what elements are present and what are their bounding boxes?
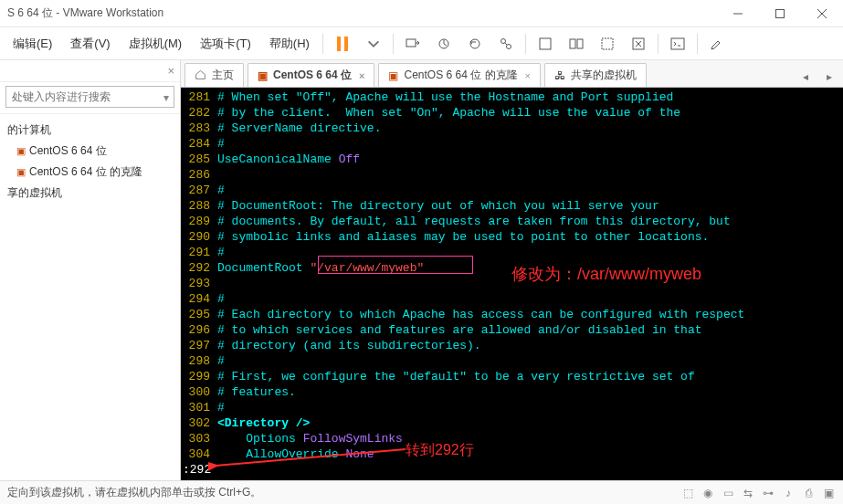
sidebar-close-icon[interactable]: × — [167, 64, 174, 78]
vm-icon: ▣ — [258, 69, 268, 82]
tree-vm1[interactable]: ▣CentOS 6 64 位 — [4, 141, 180, 162]
maximize-button[interactable] — [759, 0, 801, 27]
svg-rect-4 — [337, 37, 341, 51]
search-dropdown-icon[interactable]: ▾ — [163, 91, 169, 104]
tab-prev-icon[interactable]: ◂ — [796, 67, 816, 87]
printer-icon[interactable]: ⎙ — [801, 487, 816, 499]
svg-rect-13 — [570, 39, 575, 48]
window-title: S 6 64 位 - VMware Workstation — [7, 5, 163, 21]
tab-strip: 主页 ▣ CentOS 6 64 位 × ▣ CentOS 6 64 位 的克隆… — [181, 60, 843, 88]
cd-icon[interactable]: ◉ — [701, 487, 715, 499]
menu-tabs[interactable]: 选项卡(T) — [193, 30, 258, 58]
vim-command-line[interactable]: :292 — [181, 462, 211, 478]
status-text: 定向到该虚拟机，请在虚拟机内部单击或按 Ctrl+G。 — [7, 485, 261, 500]
svg-point-10 — [506, 44, 511, 48]
svg-rect-17 — [671, 38, 684, 49]
tab-centos[interactable]: ▣ CentOS 6 64 位 × — [248, 63, 374, 87]
console-icon[interactable] — [664, 30, 691, 58]
fullscreen-icon[interactable] — [532, 30, 559, 58]
tab-close-icon[interactable]: × — [359, 70, 364, 81]
separator — [658, 34, 659, 54]
snapshot-manager-icon[interactable] — [492, 30, 520, 58]
tab-next-icon[interactable]: ▸ — [819, 67, 839, 87]
vm-icon: ▣ — [16, 166, 26, 178]
separator — [322, 34, 323, 54]
floppy-icon[interactable]: ▭ — [721, 487, 735, 499]
status-bar: 定向到该虚拟机，请在虚拟机内部单击或按 Ctrl+G。 ⬚ ◉ ▭ ⇆ ⊶ ♪ … — [0, 480, 843, 504]
svg-line-11 — [505, 43, 507, 45]
thumbnail-icon[interactable] — [594, 30, 621, 58]
svg-rect-6 — [406, 39, 416, 47]
title-bar: S 6 64 位 - VMware Workstation — [0, 0, 843, 27]
network-icon[interactable]: ⇆ — [741, 487, 755, 499]
menu-view[interactable]: 查看(V) — [63, 30, 117, 58]
dropdown-icon[interactable] — [360, 30, 387, 58]
menu-help[interactable]: 帮助(H) — [262, 30, 317, 58]
vm-icon: ▣ — [388, 69, 398, 82]
separator — [697, 34, 698, 54]
tab-centos-clone[interactable]: ▣ CentOS 6 64 位 的克隆 × — [378, 63, 540, 87]
svg-rect-14 — [577, 39, 583, 48]
search-input[interactable] — [5, 86, 174, 108]
stretch-icon[interactable] — [625, 30, 652, 58]
usb-icon[interactable]: ⊶ — [761, 487, 775, 499]
pause-icon[interactable] — [329, 30, 356, 58]
settings-icon[interactable] — [703, 30, 731, 58]
shared-icon: 🖧 — [554, 69, 565, 82]
status-device-icons: ⬚ ◉ ▭ ⇆ ⊶ ♪ ⎙ ▣ — [680, 487, 836, 499]
svg-rect-1 — [776, 9, 785, 17]
separator — [393, 34, 394, 54]
tree-shared[interactable]: 享的虚拟机 — [4, 183, 180, 204]
display-icon[interactable]: ▣ — [821, 487, 836, 499]
disk-icon[interactable]: ⬚ — [680, 487, 695, 499]
svg-rect-5 — [344, 37, 348, 51]
tab-shared[interactable]: 🖧 共享的虚拟机 — [544, 63, 647, 87]
terminal[interactable]: 281# When set "Off", Apache will use the… — [181, 88, 843, 480]
separator — [525, 34, 526, 54]
vm-icon: ▣ — [16, 145, 26, 157]
tab-close-icon[interactable]: × — [525, 70, 531, 81]
library-tree: 的计算机 ▣CentOS 6 64 位 ▣CentOS 6 64 位 的克隆 享… — [0, 114, 180, 204]
snapshot-icon[interactable] — [430, 30, 458, 58]
tab-home[interactable]: 主页 — [184, 63, 244, 87]
menu-bar: 编辑(E) 查看(V) 虚拟机(M) 选项卡(T) 帮助(H) — [0, 27, 843, 60]
sound-icon[interactable]: ♪ — [781, 487, 796, 499]
unity-icon[interactable] — [563, 30, 590, 58]
menu-edit[interactable]: 编辑(E) — [5, 30, 59, 58]
tree-vm2[interactable]: ▣CentOS 6 64 位 的克隆 — [4, 162, 180, 183]
home-icon — [195, 68, 206, 83]
sidebar: × ▾ 的计算机 ▣CentOS 6 64 位 ▣CentOS 6 64 位 的… — [0, 60, 181, 480]
close-button[interactable] — [801, 0, 843, 27]
minimize-button[interactable] — [717, 0, 759, 27]
snapshot-revert-icon[interactable] — [461, 30, 489, 58]
menu-vm[interactable]: 虚拟机(M) — [121, 30, 190, 58]
tree-root[interactable]: 的计算机 — [4, 120, 180, 141]
svg-rect-15 — [602, 38, 613, 49]
svg-point-9 — [501, 38, 505, 43]
svg-rect-12 — [540, 38, 551, 49]
send-button-icon[interactable] — [399, 30, 427, 58]
